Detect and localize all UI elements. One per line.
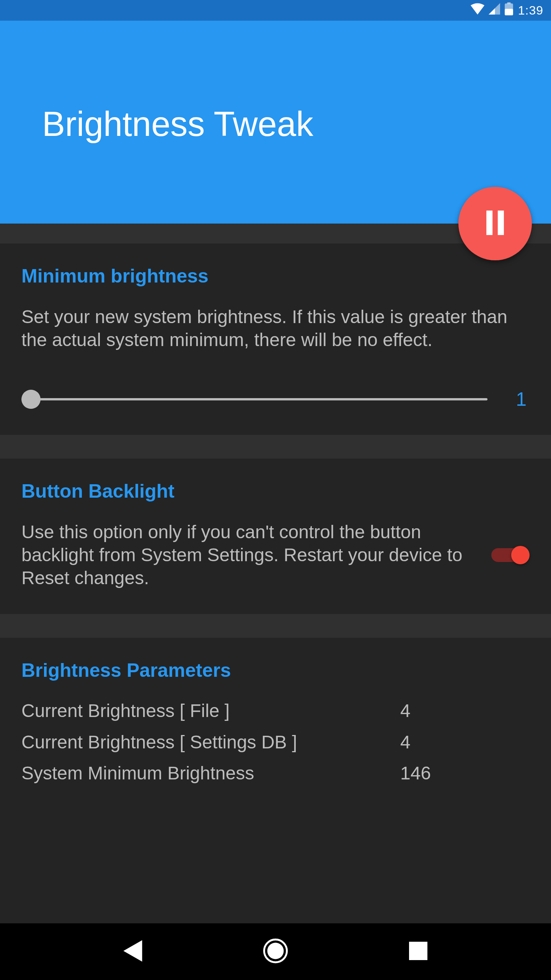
card-button-backlight: Button Backlight Use this option only if… (0, 459, 551, 614)
back-triangle-icon (123, 940, 143, 963)
recents-square-icon (409, 942, 427, 962)
slider-thumb[interactable] (21, 390, 41, 409)
svg-point-6 (267, 943, 284, 959)
cell-signal-icon (488, 3, 500, 18)
backlight-toggle[interactable] (491, 546, 530, 564)
status-clock: 1:39 (518, 3, 543, 18)
app-header: Brightness Tweak (0, 21, 551, 224)
param-row: Current Brightness [ File ] 4 (21, 695, 530, 727)
pause-icon (484, 211, 506, 237)
min-brightness-value: 1 (510, 388, 530, 410)
backlight-desc: Use this option only if you can't contro… (21, 521, 468, 590)
param-row: System Minimum Brightness 146 (21, 758, 530, 789)
param-label: System Minimum Brightness (21, 758, 400, 789)
wifi-icon (471, 3, 484, 18)
android-navbar (0, 923, 551, 980)
status-icons (471, 2, 514, 18)
content-area: Minimum brightness Set your new system b… (0, 224, 551, 923)
svg-rect-4 (498, 211, 504, 235)
nav-recents-button[interactable] (403, 936, 434, 967)
param-label: Current Brightness [ Settings DB ] (21, 727, 400, 758)
svg-rect-1 (507, 2, 510, 4)
svg-rect-7 (409, 942, 427, 960)
slider-track (21, 398, 487, 400)
param-value: 146 (400, 758, 431, 789)
min-brightness-title: Minimum brightness (21, 265, 530, 287)
nav-back-button[interactable] (117, 936, 148, 967)
min-brightness-slider[interactable] (21, 390, 487, 409)
pause-fab[interactable] (458, 187, 532, 260)
home-circle-icon (263, 938, 288, 965)
toggle-knob (511, 546, 530, 564)
param-row: Current Brightness [ Settings DB ] 4 (21, 727, 530, 758)
card-brightness-parameters: Brightness Parameters Current Brightness… (0, 638, 551, 923)
min-brightness-desc: Set your new system brightness. If this … (21, 305, 530, 351)
param-label: Current Brightness [ File ] (21, 695, 400, 727)
svg-rect-3 (486, 211, 492, 235)
battery-icon (504, 2, 514, 18)
page-title: Brightness Tweak (0, 105, 313, 144)
params-title: Brightness Parameters (21, 659, 530, 681)
status-bar: 1:39 (0, 0, 551, 21)
svg-rect-2 (505, 9, 513, 15)
backlight-title: Button Backlight (21, 480, 530, 502)
param-value: 4 (400, 727, 411, 758)
card-minimum-brightness: Minimum brightness Set your new system b… (0, 243, 551, 435)
param-value: 4 (400, 695, 411, 727)
nav-home-button[interactable] (260, 936, 291, 967)
